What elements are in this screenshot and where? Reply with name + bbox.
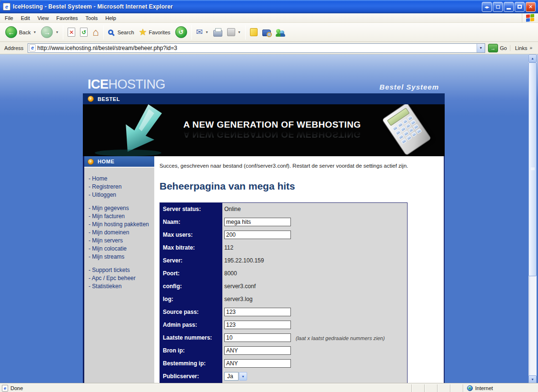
address-combo[interactable]: e ▼ <box>28 43 485 53</box>
status-pane <box>424 384 437 392</box>
forward-dropdown-icon[interactable]: ▼ <box>55 30 59 34</box>
form-row-max-bitrate: Max bitrate:112 <box>160 241 407 254</box>
menu-tools[interactable]: Tools <box>82 15 102 21</box>
stop-button[interactable]: ✕ <box>65 26 78 38</box>
standard-toolbar: ← Back ▼ → ▼ ✕ ↺ ⌂ Search ★ Favorites ↺ <box>0 23 538 42</box>
status-text: Done <box>10 385 23 391</box>
sidebar-link-mijn-servers[interactable]: Mijn servers <box>89 237 152 244</box>
sidebar-link-mijn-streams[interactable]: Mijn streams <box>89 253 152 260</box>
maximize-button[interactable] <box>515 2 525 12</box>
mail-dropdown-icon[interactable]: ▼ <box>205 30 209 34</box>
input-source-pass[interactable] <box>224 308 291 316</box>
go-label[interactable]: Go <box>500 45 507 51</box>
undock-window-button[interactable]: → <box>493 2 503 12</box>
links-toolbar[interactable]: Links » <box>510 45 536 51</box>
banner-title-reflection: A NEW GENERATION OF WEBHOSTING <box>183 129 361 140</box>
menu-favorites[interactable]: Favorites <box>52 15 81 21</box>
select-arrow-icon[interactable]: ▼ <box>239 372 247 381</box>
close-button[interactable]: ✕ <box>526 2 536 12</box>
home-button[interactable]: ⌂ <box>90 26 101 39</box>
resize-arrows-button[interactable]: ◂▸ <box>482 2 492 12</box>
status-pane <box>450 384 463 392</box>
form-value-max-users <box>222 229 407 241</box>
toolbar-separator <box>245 25 246 40</box>
print-button[interactable] <box>211 27 225 38</box>
menu-edit[interactable]: Edit <box>17 15 34 21</box>
form-label-max-bitrate: Max bitrate: <box>160 241 222 254</box>
icehosting-logo: ICEHOSTING <box>88 77 165 92</box>
input-laatste-nummers[interactable] <box>224 333 291 342</box>
sidebar-link-mijn-domeinen[interactable]: Mijn domeinen <box>89 229 152 236</box>
back-icon: ← <box>5 26 17 38</box>
value-server-status: Online <box>224 205 241 212</box>
search-button[interactable]: Search <box>106 28 137 37</box>
input-bron-ip[interactable] <box>224 346 291 355</box>
scroll-up-button[interactable]: ▲ <box>528 54 537 62</box>
address-input[interactable] <box>37 45 477 51</box>
scrollbar-thumb[interactable] <box>528 62 537 276</box>
banner-title: A NEW GENERATION OF WEBHOSTING <box>183 120 361 130</box>
maximize-icon <box>518 5 522 9</box>
minimize-button[interactable] <box>504 2 514 12</box>
form-row-laatste-nummers: Laatste nummers:(laat x laatst gedraaide… <box>160 332 407 344</box>
edit-dropdown-icon[interactable]: ▼ <box>238 30 241 34</box>
form-value-publicserver: Ja▼ <box>222 370 407 383</box>
windows-logo-icon <box>522 13 538 23</box>
form-row-bestemming-ip: Bestemming ip: <box>160 357 407 370</box>
form-value-laatste-nummers: (laat x laatst gedraaide nummers zien) <box>222 332 407 344</box>
messenger-button[interactable] <box>273 27 288 38</box>
forward-button[interactable]: → ▼ <box>39 25 61 40</box>
favorites-button[interactable]: ★ Favorites <box>137 26 173 38</box>
edit-button[interactable]: ▼ <box>225 27 243 38</box>
refresh-button[interactable]: ↺ <box>78 26 90 38</box>
address-bar: Address e ▼ → Go Links » <box>0 42 538 54</box>
form-value-server: 195.22.100.159 <box>222 254 407 267</box>
form-row-bron-ip: Bron ip: <box>160 344 407 357</box>
sidebar-link-mijn-colocatie[interactable]: Mijn colocatie <box>89 245 152 252</box>
discuss-button[interactable] <box>248 27 260 38</box>
menu-view[interactable]: View <box>34 15 53 21</box>
value-poort: 8000 <box>224 269 237 277</box>
refresh-icon: ↺ <box>80 28 88 37</box>
sidebar-link-support-tickets[interactable]: Support tickets <box>89 267 152 273</box>
form-label-server-status: Server status: <box>160 203 222 216</box>
sidebar-link-uitloggen[interactable]: Uitloggen <box>89 191 152 198</box>
status-pane <box>437 384 450 392</box>
sidebar-link-registreren[interactable]: Registreren <box>89 183 152 190</box>
menu-help[interactable]: Help <box>101 15 120 21</box>
sidebar-link-statistieken[interactable]: Statistieken <box>89 283 152 290</box>
sidebar-link-mijn-hosting-pakketten[interactable]: Mijn hosting pakketten <box>89 221 152 228</box>
address-label: Address <box>0 45 28 51</box>
sidebar-link-home[interactable]: Home <box>89 175 152 182</box>
research-button[interactable] <box>260 27 273 38</box>
browser-viewport: ICEHOSTING Bestel Systeem › BESTEL <box>0 54 538 383</box>
sidebar-nav-group: Mijn gegevensMijn facturenMijn hosting p… <box>89 205 152 260</box>
address-dropdown-icon[interactable]: ▼ <box>477 44 485 52</box>
vertical-scrollbar[interactable]: ▲ ▼ <box>528 54 537 383</box>
minimize-icon <box>507 8 511 10</box>
input-max-users[interactable] <box>224 231 291 239</box>
history-button[interactable]: ↺ <box>173 25 189 40</box>
menu-file[interactable]: File <box>1 15 17 21</box>
form-label-publicserver: Publicserver: <box>160 370 222 383</box>
sidebar-link-mijn-facturen[interactable]: Mijn facturen <box>89 213 152 220</box>
go-button[interactable]: → <box>488 44 498 52</box>
mail-button[interactable]: ✉ ▼ <box>194 27 211 38</box>
form-row-server-status: Server status:Online <box>160 203 407 216</box>
back-button[interactable]: ← Back ▼ <box>3 25 39 40</box>
back-dropdown-icon[interactable]: ▼ <box>33 30 36 34</box>
form-label-admin-pass: Admin pass: <box>160 319 222 332</box>
input-bestemming-ip[interactable] <box>224 359 291 368</box>
sidebar-link-apc-epc-beheer[interactable]: Apc / Epc beheer <box>89 275 152 281</box>
sidebar-link-mijn-gegevens[interactable]: Mijn gegevens <box>89 205 152 211</box>
select-publicserver[interactable]: Ja▼ <box>224 372 247 381</box>
form-row-naam: Naam: <box>160 216 407 229</box>
scroll-down-button[interactable]: ▼ <box>528 375 537 383</box>
undock-icon: → <box>496 5 500 9</box>
forward-icon: → <box>41 26 53 38</box>
input-admin-pass[interactable] <box>224 321 291 329</box>
discuss-note-icon <box>250 28 258 36</box>
status-pane <box>411 384 424 392</box>
input-naam[interactable] <box>224 218 291 226</box>
form-value-bron-ip <box>222 344 407 357</box>
